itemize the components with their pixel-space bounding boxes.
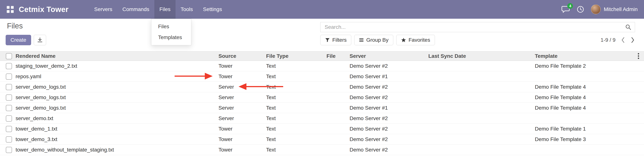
- cell-file-type: Text: [266, 134, 326, 145]
- menu-settings[interactable]: Settings: [198, 0, 227, 19]
- row-checkbox[interactable]: [6, 84, 12, 90]
- control-panel: Files Create: [0, 19, 644, 51]
- select-all-checkbox[interactable]: [6, 53, 12, 59]
- cell-template: [535, 71, 644, 82]
- create-button[interactable]: Create: [6, 35, 31, 45]
- menu-commands[interactable]: Commands: [118, 0, 154, 19]
- search-input[interactable]: [320, 22, 635, 32]
- cell-source: Server: [218, 103, 266, 113]
- page-title: Files: [7, 22, 23, 30]
- column-header-template[interactable]: Template: [535, 51, 644, 61]
- pager: 1-9 / 9: [601, 35, 635, 45]
- table-row[interactable]: server_demo_logs.txtServerTextDemo Serve…: [0, 103, 644, 113]
- pager-previous-button[interactable]: [621, 36, 625, 44]
- search-icon[interactable]: [625, 24, 632, 30]
- search-box: [320, 22, 635, 32]
- optional-columns-toggle[interactable]: [634, 51, 642, 61]
- group-by-button[interactable]: Group By: [354, 35, 393, 45]
- activities-button[interactable]: [577, 6, 584, 13]
- row-checkbox-cell: [0, 103, 16, 113]
- messages-badge: 4: [567, 3, 573, 9]
- table-header-row: Rendered Name Source File Type File Serv…: [0, 51, 644, 61]
- export-button[interactable]: [34, 35, 46, 45]
- cell-last-sync-date: [428, 82, 535, 92]
- dropdown-item-templates[interactable]: Templates: [151, 32, 191, 43]
- row-checkbox-cell: [0, 71, 16, 82]
- group-by-label: Group By: [366, 37, 388, 43]
- pager-next-button[interactable]: [630, 36, 635, 44]
- vertical-dots-icon: [638, 55, 639, 57]
- column-header-file-type[interactable]: File Type: [266, 51, 326, 61]
- apps-menu-icon[interactable]: [6, 6, 14, 13]
- filters-button[interactable]: Filters: [320, 35, 351, 45]
- table-row[interactable]: server_demo.txtServerTextDemo Server #2: [0, 113, 644, 124]
- table-row[interactable]: tower_demo_without_template_staging.txtT…: [0, 145, 644, 155]
- user-menu[interactable]: Mitchell Admin: [591, 4, 638, 14]
- cell-file: [326, 145, 350, 155]
- table-row[interactable]: repos.yamlTowerTextDemo Server #1: [0, 71, 644, 82]
- table-row[interactable]: staging_tower_demo_2.txtTowerTextDemo Se…: [0, 61, 644, 71]
- row-checkbox[interactable]: [6, 74, 12, 80]
- row-checkbox[interactable]: [6, 147, 12, 153]
- cell-server: Demo Server #2: [350, 124, 428, 134]
- files-dropdown-menu: Files Templates: [151, 19, 191, 45]
- row-checkbox[interactable]: [6, 136, 12, 143]
- cell-last-sync-date: [428, 61, 535, 71]
- cell-template: Demo File Template 4: [535, 92, 644, 103]
- table-row[interactable]: tower_demo_1.txtTowerTextDemo Server #2D…: [0, 124, 644, 134]
- star-icon: [401, 37, 406, 43]
- app-window: Cetmix Tower Servers Commands Files Tool…: [0, 0, 644, 156]
- column-header-rendered-name[interactable]: Rendered Name: [16, 51, 218, 61]
- cell-file-type: Text: [266, 103, 326, 113]
- table-row[interactable]: tower_demo_3.txtTowerTextDemo Server #2D…: [0, 134, 644, 145]
- app-brand: Cetmix Tower: [19, 5, 68, 14]
- column-header-source[interactable]: Source: [218, 51, 266, 61]
- menu-tools[interactable]: Tools: [176, 0, 198, 19]
- cell-server: Demo Server #2: [350, 113, 428, 124]
- cell-file-type: Text: [266, 82, 326, 92]
- cell-rendered-name: tower_demo_without_template_staging.txt: [16, 145, 218, 155]
- top-navbar: Cetmix Tower Servers Commands Files Tool…: [0, 0, 644, 19]
- row-checkbox[interactable]: [6, 115, 12, 122]
- download-icon: [37, 37, 43, 43]
- cell-last-sync-date: [428, 71, 535, 82]
- table-row[interactable]: server_demo_logs.txtServerTextDemo Serve…: [0, 82, 644, 92]
- cell-last-sync-date: [428, 113, 535, 124]
- cell-template: Demo File Template 4: [535, 103, 644, 113]
- menu-files[interactable]: Files: [154, 0, 176, 19]
- column-header-server[interactable]: Server: [350, 51, 428, 61]
- cell-last-sync-date: [428, 92, 535, 103]
- cell-template: Demo File Template 3: [535, 134, 644, 145]
- row-checkbox[interactable]: [6, 94, 12, 101]
- bars-icon: [359, 38, 364, 42]
- menu-servers[interactable]: Servers: [89, 0, 117, 19]
- cell-file: [326, 124, 350, 134]
- row-checkbox[interactable]: [6, 63, 12, 69]
- row-checkbox-cell: [0, 61, 16, 71]
- cell-template: Demo File Template 2: [535, 61, 644, 71]
- chevron-right-icon: [630, 36, 635, 44]
- user-name: Mitchell Admin: [604, 6, 638, 12]
- messages-button[interactable]: 4: [561, 5, 570, 13]
- column-header-last-sync-date[interactable]: Last Sync Date: [428, 51, 535, 61]
- table-row[interactable]: server_demo_logs.txtServerTextDemo Serve…: [0, 92, 644, 103]
- row-checkbox[interactable]: [6, 126, 12, 132]
- favorites-label: Favorites: [409, 37, 430, 43]
- row-checkbox[interactable]: [6, 105, 12, 111]
- dropdown-item-files[interactable]: Files: [151, 21, 191, 32]
- cell-source: Server: [218, 92, 266, 103]
- action-buttons: Create: [6, 35, 46, 45]
- cell-file: [326, 61, 350, 71]
- clock-icon: [577, 6, 584, 13]
- main-menu: Servers Commands Files Tools Settings: [89, 0, 227, 19]
- cell-rendered-name: staging_tower_demo_2.txt: [16, 61, 218, 71]
- cell-server: Demo Server #2: [350, 145, 428, 155]
- cell-file-type: Text: [266, 145, 326, 155]
- cell-source: Tower: [218, 145, 266, 155]
- cell-template: [535, 145, 644, 155]
- favorites-button[interactable]: Favorites: [396, 35, 435, 45]
- column-header-file[interactable]: File: [326, 51, 350, 61]
- files-table: Rendered Name Source File Type File Serv…: [0, 51, 644, 155]
- avatar: [591, 4, 601, 14]
- select-all-cell: [0, 51, 16, 61]
